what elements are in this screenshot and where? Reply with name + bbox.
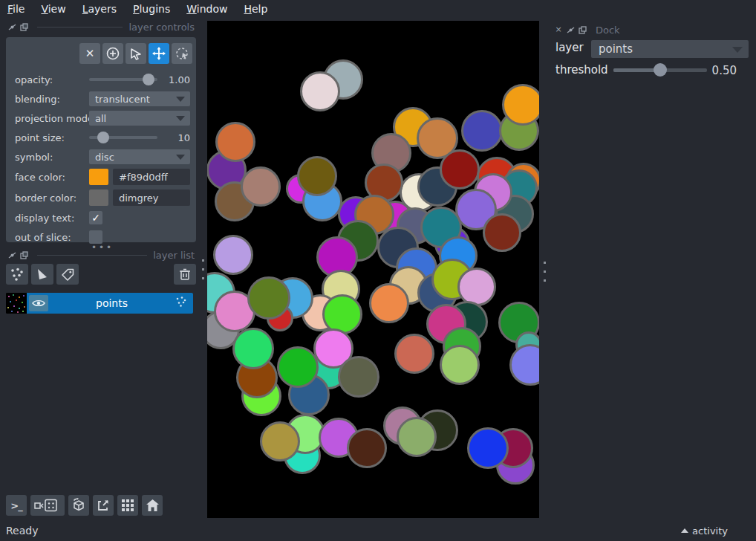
point[interactable] (213, 235, 253, 275)
opacity-label: opacity: (15, 74, 89, 85)
point[interactable] (457, 268, 496, 306)
point[interactable] (232, 328, 274, 369)
new-labels-layer-button[interactable] (56, 264, 79, 285)
threshold-value: 0.50 (707, 64, 737, 77)
float-dock-icon[interactable] (19, 22, 28, 31)
point[interactable] (394, 334, 434, 374)
reset-view-home-button[interactable] (142, 495, 163, 516)
grid-view-button[interactable] (117, 495, 138, 516)
layer-list-title: layer list (153, 250, 195, 261)
right-splitter-handle[interactable] (543, 255, 546, 282)
points-toolbar: ✕ (79, 43, 192, 64)
close-icon[interactable]: × (554, 25, 563, 34)
napari-window: File View Layers Plugins Window Help lay… (0, 0, 756, 541)
layer-thumbnail (6, 293, 27, 314)
point-size-row: point size: 10 (15, 128, 190, 147)
hide-dock-icon[interactable] (566, 25, 575, 34)
dock-layer-row: layer (555, 41, 584, 54)
border-color-row: border color: dimgrey (15, 187, 190, 208)
layer-list-buttons (6, 264, 196, 285)
display-text-checkbox[interactable]: ✓ (89, 211, 102, 224)
projection-mode-label: projection mode: (15, 113, 89, 124)
layer-row-body[interactable]: points (27, 293, 193, 314)
point[interactable] (440, 149, 480, 189)
menu-view[interactable]: View (33, 3, 74, 15)
dock-title: Dock (596, 25, 620, 36)
canvas-points[interactable] (207, 21, 539, 518)
point[interactable] (300, 71, 340, 111)
face-color-input[interactable]: #f89d0dff (113, 169, 190, 185)
transform-button[interactable] (172, 43, 192, 64)
point[interactable] (260, 421, 300, 461)
point[interactable] (297, 156, 337, 196)
layer-controls-header: layer controls (7, 22, 195, 32)
console-button[interactable]: >_ (6, 495, 27, 516)
dock-layer-label: layer (555, 41, 584, 54)
point[interactable] (483, 213, 521, 252)
add-points-button[interactable] (102, 43, 123, 64)
point[interactable] (347, 428, 387, 468)
point[interactable] (461, 110, 503, 152)
projection-mode-row: projection mode: all (15, 108, 190, 128)
blending-row: blending: translucent (15, 89, 190, 108)
opacity-row: opacity: 1.00 (15, 70, 190, 89)
display-text-label: display text: (15, 213, 89, 224)
threshold-slider[interactable] (613, 63, 707, 77)
delete-layer-button[interactable] (174, 264, 196, 285)
activity-label: activity (692, 525, 728, 537)
layer-row-points[interactable]: points (6, 293, 193, 314)
point[interactable] (277, 346, 319, 388)
activity-toggle[interactable]: activity (681, 525, 728, 537)
new-shapes-layer-button[interactable] (31, 264, 53, 285)
border-color-input[interactable]: dimgrey (113, 189, 190, 206)
menu-layers[interactable]: Layers (74, 3, 125, 15)
hide-dock-icon[interactable] (7, 22, 16, 31)
chevron-down-icon (176, 97, 185, 102)
menu-file[interactable]: File (7, 3, 33, 15)
face-color-label: face color: (15, 172, 89, 183)
layer-list-header: layer list (7, 250, 195, 260)
left-splitter-handle[interactable] (201, 253, 204, 279)
transpose-dimensions-button[interactable] (93, 495, 114, 516)
menu-help[interactable]: Help (235, 3, 276, 15)
chevron-down-icon (732, 47, 743, 53)
point[interactable] (502, 84, 539, 126)
point[interactable] (241, 166, 281, 207)
point[interactable] (247, 276, 290, 320)
point[interactable] (338, 356, 379, 398)
menu-plugins[interactable]: Plugins (125, 3, 178, 15)
point-size-value: 10 (162, 132, 190, 143)
select-points-button[interactable] (126, 43, 146, 64)
point-size-slider[interactable] (89, 132, 157, 143)
border-color-swatch[interactable] (89, 189, 108, 206)
point[interactable] (509, 344, 539, 386)
border-color-label: border color: (15, 192, 89, 204)
symbol-row: symbol: disc (15, 147, 190, 166)
out-of-slice-label: out of slice: (15, 232, 89, 243)
pan-zoom-button[interactable] (149, 43, 169, 64)
float-dock-icon[interactable] (578, 25, 587, 34)
projection-mode-dropdown[interactable]: all (89, 111, 190, 126)
delete-points-button[interactable]: ✕ (79, 43, 100, 64)
point[interactable] (369, 283, 409, 323)
float-dock-icon[interactable] (19, 250, 28, 259)
symbol-dropdown[interactable]: disc (89, 149, 190, 164)
header-line (37, 255, 147, 256)
point[interactable] (440, 345, 480, 385)
dock-layer-dropdown[interactable]: points (591, 40, 749, 58)
new-points-layer-button[interactable] (6, 264, 28, 285)
point[interactable] (215, 122, 255, 162)
point[interactable] (467, 427, 509, 469)
hide-dock-icon[interactable] (7, 250, 16, 259)
toggle-ndisplay-button[interactable] (30, 495, 65, 516)
visibility-eye-icon[interactable] (29, 295, 48, 311)
point-size-label: point size: (15, 132, 89, 143)
blending-dropdown[interactable]: translucent (89, 91, 190, 106)
point[interactable] (397, 417, 437, 457)
menu-window[interactable]: Window (178, 3, 235, 15)
opacity-slider[interactable] (89, 74, 157, 85)
header-line (37, 27, 123, 27)
face-color-swatch[interactable] (89, 169, 108, 185)
layer-controls-panel: ✕ opacity: (6, 37, 196, 242)
roll-dimensions-button[interactable] (68, 495, 89, 516)
